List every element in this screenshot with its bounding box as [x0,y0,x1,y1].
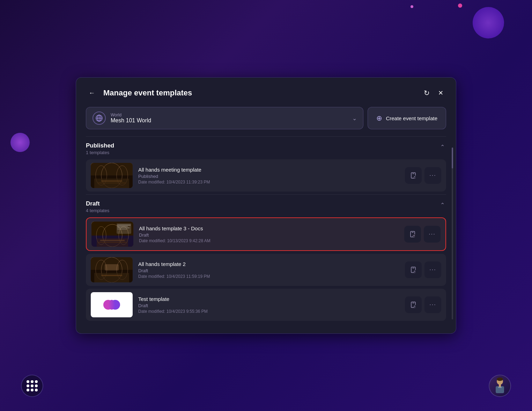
published-section: Published 1 templates ⌃ [86,136,446,192]
refresh-button[interactable]: ↻ [421,86,433,100]
draft-section: Draft 4 templates ⌃ [86,194,446,321]
template-date-docs: Date modified: 10/13/2023 9:42:28 AM [139,238,399,243]
template-more-button[interactable]: ··· [424,167,441,184]
apps-dot [27,389,29,391]
template-thumb2-svg [91,257,133,282]
template-row-test[interactable]: Test template Draft Date modified: 10/4/… [86,289,446,321]
bg-decoration-1 [458,3,462,8]
create-event-template-button[interactable]: ⊕ Create event template [368,107,446,129]
draft-collapse-button[interactable]: ⌃ [439,200,446,210]
template-info-draft2: All hands template 2 Draft Date modified… [138,261,399,279]
template-date-draft2: Date modified: 10/4/2023 11:59:19 PM [138,274,399,279]
svg-point-44 [108,300,115,310]
published-section-count: 1 templates [86,150,114,155]
draft-section-title: Draft [86,200,109,207]
svg-rect-10 [101,180,122,182]
template-mobile-button-draft2[interactable] [405,261,422,278]
template-mobile-button-docs[interactable] [404,226,421,243]
world-selector[interactable]: World Mesh 101 World ⌄ [86,107,363,129]
world-name: Mesh 101 World [111,117,347,124]
apps-dot [35,389,38,391]
published-section-info: Published 1 templates [86,142,114,155]
svg-rect-22 [98,242,126,243]
apps-button[interactable] [21,375,43,397]
avatar-button[interactable] [489,375,511,397]
template-status-draft2: Draft [138,268,399,273]
template-thumb-svg [91,163,133,188]
globe-icon [95,114,103,122]
template-mobile-button[interactable] [405,167,422,184]
content-area: Published 1 templates ⌃ [76,136,456,333]
template-name: All hands meeting template [138,167,399,173]
thumb-arch2-image [91,257,133,282]
svg-rect-52 [498,387,502,388]
svg-rect-24 [117,225,131,225]
apps-dot [31,380,34,383]
mobile-icon-test [410,301,417,308]
template-row-selected[interactable]: All hands template 3 - Docs Draft Date m… [86,217,446,251]
draft-section-info: Draft 4 templates [86,200,109,213]
apps-dot [27,380,29,383]
template-info-test: Test template Draft Date modified: 10/4/… [138,296,399,314]
published-section-header: Published 1 templates ⌃ [86,136,446,159]
template-name-docs: All hands template 3 - Docs [139,225,399,231]
scroll-indicator [452,147,453,319]
more-dots-icon: ··· [429,231,435,237]
template-status: Published [138,174,399,179]
template-actions-test: ··· [405,296,441,313]
world-label: World [111,113,347,117]
template-actions-docs: ··· [404,226,441,243]
bottom-bar [21,375,511,397]
template-status-test: Draft [138,303,399,308]
template-row-draft2[interactable]: All hands template 2 Draft Date modified… [86,254,446,286]
template-status-docs: Draft [139,232,399,238]
template-info: All hands meeting template Published Dat… [138,167,399,185]
back-button[interactable]: ← [86,87,98,100]
svg-rect-26 [117,228,130,228]
bg-decoration-3 [473,7,504,38]
mesh-logo-svg [101,294,122,315]
template-date: Date modified: 10/4/2023 11:39:23 PM [138,180,399,185]
apps-dot [35,384,38,387]
apps-dot [27,384,29,387]
template-name-test: Test template [138,296,399,302]
svg-rect-21 [100,240,125,241]
apps-dot [31,389,34,391]
template-more-button-test[interactable]: ··· [424,296,441,313]
draft-section-header: Draft 4 templates ⌃ [86,194,446,217]
manage-event-templates-modal: ← Manage event templates ↻ ✕ World Mesh … [76,77,456,334]
thumb-docs-image [91,222,133,247]
template-row[interactable]: All hands meeting template Published Dat… [86,159,446,192]
chevron-down-icon: ⌄ [352,115,357,122]
published-collapse-button[interactable]: ⌃ [439,142,446,152]
modal-header: ← Manage event templates ↻ ✕ [76,78,456,107]
template-more-button-draft2[interactable]: ··· [424,261,441,278]
bg-decoration-4 [10,133,30,152]
mobile-icon-docs [409,231,416,238]
template-more-button-docs[interactable]: ··· [424,226,441,243]
template-thumbnail-draft2 [91,257,133,282]
published-section-title: Published [86,142,114,149]
template-actions: ··· [405,167,441,184]
mobile-icon-draft2 [410,266,417,273]
scroll-thumb [452,147,453,168]
template-mobile-button-test[interactable] [405,296,422,313]
svg-rect-38 [105,264,119,271]
svg-rect-37 [101,275,122,276]
svg-point-49 [497,377,503,381]
thumb-logo-image [91,292,133,317]
close-button[interactable]: ✕ [435,86,446,100]
template-info-docs: All hands template 3 - Docs Draft Date m… [139,225,399,243]
svg-rect-25 [117,226,128,227]
apps-grid-icon [27,380,38,391]
plus-icon: ⊕ [376,114,382,122]
template-thumbnail-docs [91,222,133,247]
world-icon [93,111,106,125]
avatar-figure-svg [491,376,509,396]
mobile-icon [410,172,417,179]
template-docs-thumb-svg [91,222,133,247]
template-thumbnail [91,163,133,188]
svg-rect-11 [98,182,126,183]
draft-section-count: 4 templates [86,208,109,213]
template-thumbnail-test [91,292,133,317]
